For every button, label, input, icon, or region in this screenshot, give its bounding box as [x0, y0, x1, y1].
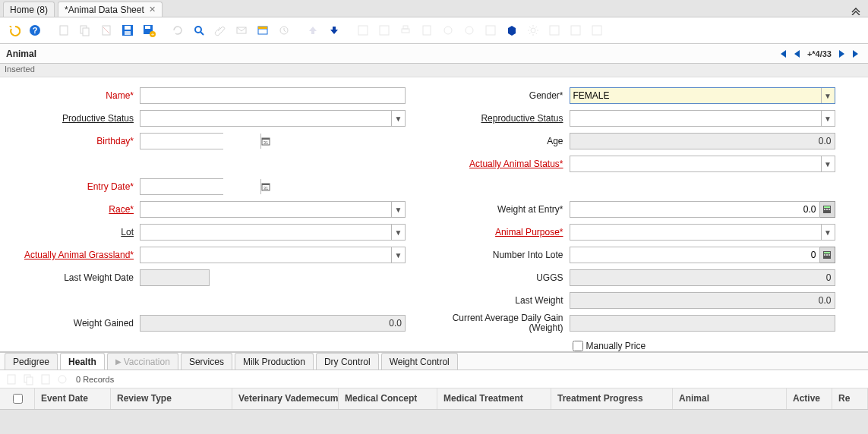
pager-last-button[interactable] — [851, 49, 862, 59]
misc-3-icon[interactable] — [439, 21, 457, 39]
pager-prev-button[interactable] — [792, 49, 803, 59]
col-medical-treatment[interactable]: Medical Treatment — [437, 388, 551, 409]
save-new-button[interactable]: + — [140, 21, 158, 39]
actual-status-combo[interactable]: ▼ — [570, 156, 835, 172]
productive-status-combo[interactable]: ▼ — [140, 110, 406, 127]
col-treatment-progress[interactable]: Treatment Progress — [551, 388, 673, 409]
subgrid-misc-button[interactable] — [56, 373, 68, 385]
gear-button[interactable] — [524, 21, 542, 39]
birthday-input[interactable] — [140, 134, 260, 149]
race-combo[interactable]: ▼ — [140, 201, 406, 218]
copy-record-button[interactable] — [76, 21, 94, 39]
chevron-down-icon[interactable]: ▼ — [391, 247, 405, 263]
close-icon[interactable]: ✕ — [149, 5, 156, 14]
weight-entry-input[interactable] — [570, 201, 820, 218]
birthday-datebox[interactable]: 31 — [140, 133, 223, 149]
chevron-down-icon[interactable]: ▼ — [391, 225, 405, 240]
misc-8-icon[interactable] — [588, 21, 606, 39]
animal-purpose-label[interactable]: Animal Purpose* — [434, 227, 570, 237]
reproductive-status-combo[interactable]: ▼ — [570, 110, 835, 127]
subgrid-select-all-checkbox[interactable] — [13, 394, 23, 404]
help-button[interactable]: ? — [26, 21, 44, 39]
col-animal[interactable]: Animal — [673, 388, 787, 409]
subtab-health[interactable]: Health — [60, 353, 105, 370]
refresh-button[interactable] — [169, 21, 187, 39]
gender-input[interactable] — [570, 88, 821, 103]
chevron-down-icon[interactable]: ▼ — [821, 156, 835, 171]
col-review-type[interactable]: Review Type — [111, 388, 232, 409]
calendar-icon[interactable]: 31 — [260, 179, 270, 194]
col-active[interactable]: Active — [787, 388, 832, 409]
entry-date-input[interactable] — [140, 179, 260, 194]
actual-status-input[interactable] — [570, 156, 821, 171]
arrow-down-button[interactable] — [325, 21, 343, 39]
print-button[interactable] — [396, 21, 415, 39]
misc-1-icon[interactable] — [354, 21, 372, 39]
calendar-icon[interactable]: 31 — [260, 134, 270, 149]
entry-date-datebox[interactable]: 31 — [140, 178, 223, 195]
reproductive-status-label[interactable]: Reproductive Status — [434, 113, 570, 124]
productive-status-input[interactable] — [140, 111, 391, 126]
grassland-label[interactable]: Actually Animal Grassland* — [5, 250, 140, 260]
grid-view-button[interactable] — [254, 21, 272, 39]
tab-animal-data-sheet[interactable]: *Animal Data Sheet ✕ — [58, 2, 163, 17]
productive-status-label[interactable]: Productive Status — [5, 113, 140, 124]
animal-purpose-combo[interactable]: ▼ — [570, 224, 835, 241]
new-record-button[interactable] — [55, 21, 73, 39]
chevron-down-icon[interactable]: ▼ — [391, 111, 405, 126]
subtab-weight[interactable]: Weight Control — [381, 353, 458, 370]
pager-first-button[interactable] — [777, 49, 788, 59]
misc-7-icon[interactable] — [567, 21, 585, 39]
collapse-chevrons-icon[interactable] — [847, 5, 865, 17]
subgrid-copy-button[interactable] — [23, 373, 35, 385]
misc-6-icon[interactable] — [545, 21, 563, 39]
manually-price-checkbox[interactable] — [573, 341, 583, 351]
chevron-down-icon[interactable]: ▼ — [821, 225, 835, 240]
lot-input[interactable] — [140, 225, 391, 240]
misc-2-icon[interactable] — [375, 21, 393, 39]
history-button[interactable] — [275, 21, 293, 39]
number-into-lote-input[interactable] — [570, 247, 820, 263]
save-button[interactable] — [118, 21, 137, 39]
subtab-milk[interactable]: Milk Production — [235, 353, 314, 370]
attachment-button[interactable] — [211, 21, 229, 39]
chevron-down-icon[interactable]: ▼ — [821, 88, 835, 103]
col-event-date[interactable]: Event Date — [35, 388, 111, 409]
mail-button[interactable] — [232, 21, 251, 39]
tab-home[interactable]: Home (8) — [3, 2, 55, 17]
col-medical-concept[interactable]: Medical Concept — [339, 388, 437, 409]
col-re[interactable]: Re — [832, 388, 868, 409]
subgrid-delete-button[interactable] — [39, 373, 52, 385]
subtab-vaccination[interactable]: ▶Vaccination — [107, 353, 178, 370]
chevron-down-icon[interactable]: ▼ — [391, 202, 405, 217]
chevron-down-icon[interactable]: ▼ — [821, 111, 835, 126]
search-button[interactable] — [190, 21, 208, 39]
subtab-pedigree[interactable]: Pedigree — [5, 353, 58, 370]
grassland-input[interactable] — [140, 247, 391, 263]
col-vademecum[interactable]: Veterinary Vademecum — [232, 388, 339, 409]
race-label[interactable]: Race* — [5, 204, 140, 215]
lot-combo[interactable]: ▼ — [140, 224, 406, 241]
subtab-services[interactable]: Services — [181, 353, 232, 370]
gender-combo[interactable]: ▼ — [570, 87, 835, 104]
svg-rect-52 — [42, 375, 49, 384]
subgrid-new-button[interactable] — [6, 373, 18, 385]
reproductive-status-input[interactable] — [570, 111, 821, 126]
race-input[interactable] — [140, 202, 391, 217]
misc-4-icon[interactable] — [460, 21, 478, 39]
delete-record-button[interactable] — [97, 21, 115, 39]
pager-next-button[interactable] — [836, 49, 847, 59]
calculator-icon[interactable] — [820, 247, 835, 263]
name-input[interactable] — [140, 87, 406, 104]
report-button[interactable] — [418, 21, 436, 39]
actual-status-label[interactable]: Actually Animal Status* — [434, 159, 570, 169]
grassland-combo[interactable]: ▼ — [140, 247, 406, 263]
lot-label[interactable]: Lot — [5, 227, 140, 237]
calculator-icon[interactable] — [820, 201, 835, 218]
undo-button[interactable] — [5, 21, 23, 39]
product-button[interactable] — [503, 21, 521, 39]
animal-purpose-input[interactable] — [570, 225, 821, 240]
arrow-up-button[interactable] — [304, 21, 322, 39]
misc-5-icon[interactable] — [481, 21, 500, 39]
subtab-dry[interactable]: Dry Control — [316, 353, 379, 370]
